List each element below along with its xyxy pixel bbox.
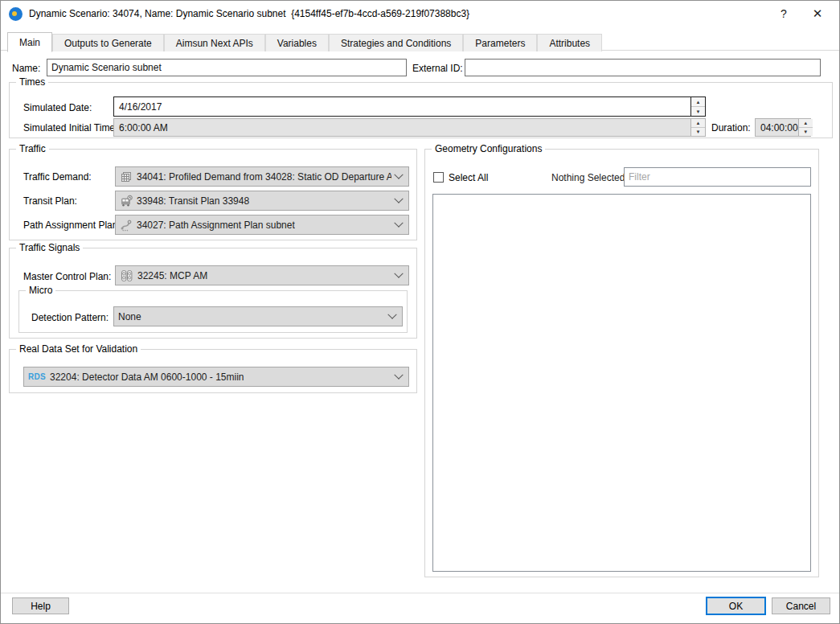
transit-plan-label: Transit Plan: — [23, 195, 77, 207]
window-close-button[interactable]: ✕ — [805, 4, 830, 23]
detection-pattern-value: None — [118, 311, 141, 322]
real-data-set-value: 32204: Detector Data AM 0600-1000 - 15mi… — [50, 372, 244, 383]
detection-pattern-combobox[interactable]: None — [113, 306, 403, 326]
spin-up-icon[interactable]: ▲ — [799, 119, 813, 128]
real-data-set-combobox[interactable]: RDS 32204: Detector Data AM 0600-1000 - … — [23, 367, 409, 387]
geometry-configurations-legend: Geometry Configurations — [432, 143, 545, 154]
path-assignment-plan-combobox[interactable]: 34027: Path Assignment Plan subnet — [115, 215, 409, 235]
aimsun-app-icon — [9, 7, 23, 21]
traffic-demand-label: Traffic Demand: — [23, 171, 92, 183]
footer-separator — [1, 593, 839, 593]
dynamic-scenario-dialog: Dynamic Scenario: 34074, Name: Dynamic S… — [0, 0, 840, 624]
spin-down-icon[interactable]: ▼ — [691, 107, 705, 116]
traffic-demand-combobox[interactable]: 34041: Profiled Demand from 34028: Stati… — [115, 166, 409, 187]
master-control-plan-combobox[interactable]: 32245: MCP AM — [115, 265, 409, 285]
window-help-button[interactable]: ? — [771, 4, 797, 23]
ok-button[interactable]: OK — [706, 597, 766, 615]
spin-up-icon[interactable]: ▲ — [691, 119, 705, 128]
spin-down-icon[interactable]: ▼ — [799, 128, 813, 136]
app-icon-dot — [12, 11, 17, 16]
simulated-date-field[interactable]: 4/16/2017 ▲▼ — [113, 96, 706, 117]
traffic-signal-icon — [120, 269, 133, 282]
tab-main[interactable]: Main — [7, 32, 52, 52]
transit-plan-combobox[interactable]: 33948: Transit Plan 33948 — [115, 191, 409, 211]
traffic-demand-value: 34041: Profiled Demand from 34028: Stati… — [137, 171, 391, 183]
tab-parameters[interactable]: Parameters — [463, 34, 537, 51]
external-id-input[interactable] — [465, 59, 821, 76]
micro-legend: Micro — [26, 285, 55, 296]
simulated-initial-time-field[interactable]: 6:00:00 AM ▲▼ — [113, 118, 706, 137]
name-input[interactable] — [47, 59, 407, 76]
selection-status-label: Nothing Selected — [551, 172, 625, 183]
geometry-configurations-list[interactable] — [432, 194, 811, 572]
select-all-label: Select All — [449, 172, 488, 183]
master-control-plan-label: Master Control Plan: — [23, 271, 111, 282]
duration-spinner: ▲▼ — [798, 119, 813, 136]
spin-up-icon[interactable]: ▲ — [691, 97, 705, 107]
times-legend: Times — [16, 76, 48, 88]
simulated-initial-time-value: 6:00:00 AM — [114, 122, 168, 133]
od-matrix-icon — [120, 170, 133, 183]
duration-value: 04:00:00 — [756, 122, 798, 133]
duration-label: Duration: — [711, 122, 751, 133]
path-icon — [120, 219, 133, 232]
chevron-down-icon — [387, 310, 396, 318]
path-assignment-plan-value: 34027: Path Assignment Plan subnet — [137, 220, 295, 231]
chevron-down-icon — [394, 370, 403, 379]
rds-icon: RDS — [28, 372, 46, 381]
tab-outputs-to-generate[interactable]: Outputs to Generate — [52, 34, 164, 51]
simulated-date-spinner: ▲▼ — [690, 97, 705, 116]
external-id-label: External ID: — [412, 63, 463, 74]
transit-plan-value: 33948: Transit Plan 33948 — [137, 195, 249, 207]
simulated-initial-time-spinner: ▲▼ — [690, 119, 705, 136]
chevron-down-icon — [394, 218, 403, 227]
duration-field[interactable]: 04:00:00 ▲▼ — [755, 118, 811, 137]
spin-down-icon[interactable]: ▼ — [691, 128, 705, 136]
title-bar: Dynamic Scenario: 34074, Name: Dynamic S… — [1, 1, 839, 27]
path-assignment-plan-label: Path Assignment Plan: — [23, 220, 121, 231]
simulated-date-value: 4/16/2017 — [114, 101, 162, 113]
simulated-initial-time-label: Simulated Initial Time: — [23, 122, 117, 133]
detection-pattern-label: Detection Pattern: — [31, 312, 109, 323]
chevron-down-icon — [394, 269, 403, 277]
help-button[interactable]: Help — [12, 597, 69, 614]
chevron-down-icon — [394, 170, 403, 179]
traffic-signals-legend: Traffic Signals — [16, 242, 83, 253]
geometry-filter-input[interactable] — [624, 167, 811, 187]
name-label: Name: — [12, 63, 40, 74]
master-control-plan-value: 32245: MCP AM — [137, 270, 207, 281]
tab-variables[interactable]: Variables — [265, 34, 329, 51]
select-all-checkbox[interactable] — [433, 172, 444, 183]
traffic-legend: Traffic — [16, 143, 49, 154]
window-title: Dynamic Scenario: 34074, Name: Dynamic S… — [29, 8, 469, 19]
transit-bus-icon — [120, 195, 133, 207]
tab-strategies-and-conditions[interactable]: Strategies and Conditions — [329, 34, 463, 51]
tab-aimsun-next-apis[interactable]: Aimsun Next APIs — [164, 34, 265, 51]
real-data-set-legend: Real Data Set for Validation — [16, 343, 141, 355]
cancel-button[interactable]: Cancel — [772, 597, 830, 614]
tab-bar: Main Outputs to Generate Aimsun Next API… — [7, 32, 602, 51]
chevron-down-icon — [394, 194, 403, 203]
simulated-date-label: Simulated Date: — [23, 102, 92, 113]
tab-attributes[interactable]: Attributes — [537, 34, 602, 51]
